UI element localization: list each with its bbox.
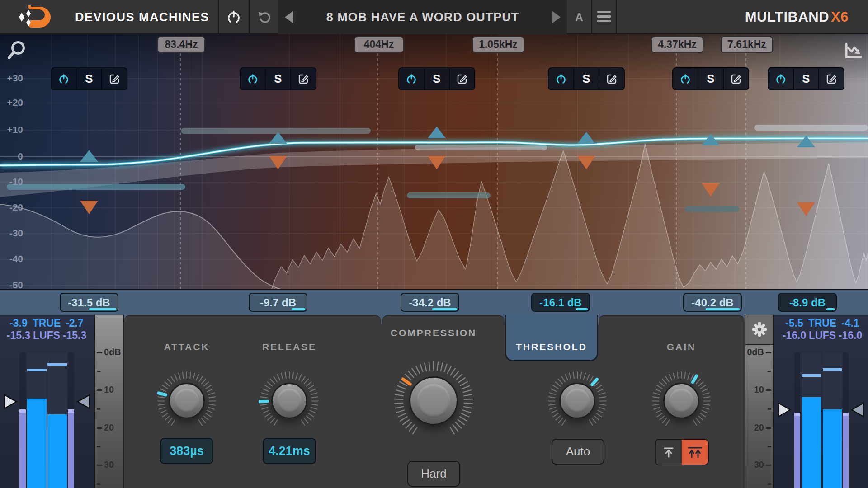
- band6-power-button[interactable]: [769, 68, 794, 89]
- lufs-value: -16.0: [781, 329, 807, 342]
- band6-down-handle[interactable]: [797, 202, 815, 216]
- threshold-knob[interactable]: [547, 371, 607, 431]
- settings-gear-button[interactable]: [745, 315, 773, 345]
- db-scale-label: -40: [2, 253, 23, 264]
- band1-down-handle[interactable]: [80, 201, 98, 214]
- left-meter-readout: -3.9 TRUE -2.7 -15.3 LUFS -15.3: [5, 317, 88, 342]
- band3-up-handle[interactable]: [428, 127, 446, 138]
- gain-limit-single-button[interactable]: [656, 440, 682, 465]
- band5-threshold-value-box[interactable]: -40.2 dB: [683, 293, 742, 312]
- meter-truepeak-cap: [794, 413, 800, 416]
- lufs-value: -16.0: [837, 329, 863, 342]
- gear-icon: [751, 321, 768, 338]
- meter-peak-hold: [47, 363, 67, 366]
- undo-button[interactable]: [250, 0, 278, 34]
- band6-solo-button[interactable]: S: [794, 68, 819, 89]
- meter-marker-left[interactable]: [850, 402, 864, 418]
- peak-value: -4.1: [837, 317, 863, 329]
- band4-solo-button[interactable]: S: [574, 68, 599, 89]
- release-value-box[interactable]: 4.21ms: [263, 438, 316, 464]
- gain-knob[interactable]: [651, 371, 711, 431]
- band6-threshold-value-box[interactable]: -8.9 dB: [778, 293, 837, 312]
- band4-up-handle[interactable]: [577, 132, 595, 144]
- single-limit-icon: [661, 445, 676, 460]
- release-knob[interactable]: [259, 371, 319, 431]
- band3-solo-button[interactable]: S: [425, 68, 450, 89]
- band2-solo-button[interactable]: S: [266, 68, 291, 89]
- band3-power-button[interactable]: [399, 68, 425, 89]
- preset-title[interactable]: 8 MOB HAVE A WORD OUTPUT: [306, 0, 540, 34]
- band1-up-handle[interactable]: [80, 150, 98, 162]
- band5-controls: S: [672, 67, 749, 90]
- band5-edit-button[interactable]: [724, 68, 748, 89]
- band2-threshold-value-box[interactable]: -9.7 dB: [249, 293, 307, 312]
- compression-mode-button[interactable]: Hard: [407, 461, 460, 487]
- band1-edit-button[interactable]: [102, 68, 127, 89]
- zoom-icon[interactable]: [6, 40, 26, 61]
- crossover-freq-label[interactable]: 4.37kHz: [651, 36, 703, 53]
- input-meter: -3.9 TRUE -2.7 -15.3 LUFS -15.3: [0, 315, 94, 488]
- db-scale-label: +30: [2, 73, 23, 84]
- band6-edit-button[interactable]: [819, 68, 844, 89]
- attack-knob-indicator: [156, 391, 167, 397]
- release-knob-indicator: [259, 400, 269, 404]
- band5-down-handle[interactable]: [702, 183, 720, 197]
- meter-peak-hold: [823, 368, 842, 371]
- meter-truepeak-fill: [794, 413, 800, 488]
- gain-limit-double-button[interactable]: [682, 440, 708, 465]
- band2-edit-button[interactable]: [291, 68, 316, 89]
- spectrum-display[interactable]: +30+20+100-10-20-30-40-50 83.4Hz404Hz1.0…: [0, 34, 868, 289]
- band4-down-handle[interactable]: [577, 156, 595, 169]
- meter-marker-left[interactable]: [76, 394, 90, 409]
- double-limit-icon: [687, 445, 703, 460]
- meter-peak-hold: [27, 369, 47, 371]
- attack-knob[interactable]: [157, 371, 217, 431]
- meter-scale-label: 20: [754, 422, 764, 433]
- band3-edit-button[interactable]: [450, 68, 474, 89]
- crossover-freq-label[interactable]: 404Hz: [354, 36, 404, 53]
- meter-truepeak-fill: [19, 409, 26, 488]
- next-preset-button[interactable]: [552, 11, 561, 23]
- band4-edit-button[interactable]: [599, 68, 624, 89]
- crossover-freq-label[interactable]: 1.05kHz: [472, 36, 524, 53]
- product-suffix: X6: [831, 9, 849, 25]
- preset-bar: 8 MOB HAVE A WORD OUTPUT: [278, 0, 567, 34]
- threshold-tab[interactable]: [505, 315, 598, 361]
- output-meter: -5.5 TRUE -4.1 -16.0 LUFS -16.0: [774, 315, 868, 488]
- crossover-freq-label[interactable]: 83.4Hz: [157, 36, 205, 53]
- brand-name: DEVIOUS MACHINES: [75, 0, 209, 34]
- analyzer-history-icon[interactable]: [841, 41, 863, 62]
- power-button[interactable]: [219, 0, 249, 34]
- menu-button[interactable]: [592, 0, 616, 34]
- band1-solo-button[interactable]: S: [77, 68, 102, 89]
- attack-value-box[interactable]: 383µs: [160, 438, 213, 464]
- db-scale-label: +10: [2, 124, 23, 135]
- band1-threshold-value-box[interactable]: -31.5 dB: [60, 293, 118, 312]
- band4-power-button[interactable]: [549, 68, 574, 89]
- meter-truepeak-fill: [843, 413, 849, 488]
- meter-bar-fill: [47, 414, 67, 488]
- lufs-unit: LUFS: [32, 329, 61, 342]
- band4-threshold-value-box[interactable]: -16.1 dB: [531, 293, 590, 312]
- meter-marker-right[interactable]: [778, 402, 792, 418]
- db-scale-label: -50: [2, 280, 23, 289]
- gain-label: GAIN: [636, 342, 726, 352]
- prev-preset-button[interactable]: [285, 11, 293, 23]
- band1-power-button[interactable]: [52, 68, 77, 89]
- compression-knob[interactable]: [394, 361, 473, 441]
- threshold-knob-indicator: [590, 377, 599, 387]
- db-scale-label: -20: [2, 202, 23, 213]
- gain-knob-indicator: [690, 374, 698, 384]
- band3-threshold-value-box[interactable]: -34.2 dB: [401, 293, 459, 312]
- peak-unit: TRUE: [32, 317, 61, 329]
- meter-marker-right[interactable]: [4, 394, 18, 409]
- threshold-auto-button[interactable]: Auto: [552, 439, 604, 465]
- band2-power-button[interactable]: [241, 68, 266, 89]
- product-name: MULTIBANDX6: [745, 0, 849, 34]
- band5-solo-button[interactable]: S: [698, 68, 724, 89]
- left-meter-scale: 0dB102030: [94, 315, 124, 488]
- meter-scale-label: 30: [754, 460, 764, 470]
- crossover-freq-label[interactable]: 7.61kHz: [721, 36, 773, 53]
- ab-compare-button[interactable]: A: [567, 0, 591, 34]
- band5-power-button[interactable]: [673, 68, 698, 89]
